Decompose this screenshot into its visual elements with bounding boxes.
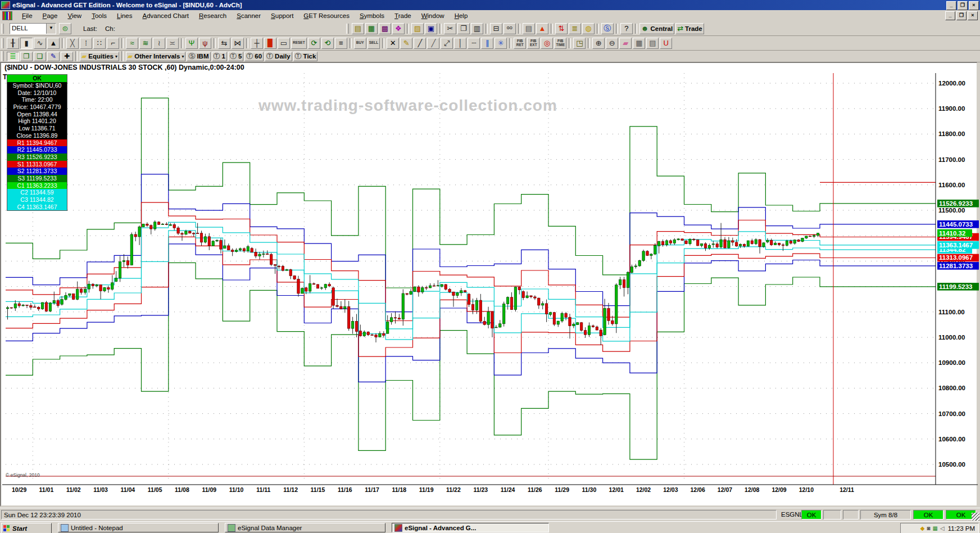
page-back-button[interactable]: ❑: [34, 52, 46, 61]
taskbar-item-data-manager[interactable]: eSignal Data Manager: [225, 523, 385, 532]
alert-bell-button[interactable]: ◍: [582, 23, 595, 34]
xtl-button[interactable]: ≍: [166, 38, 179, 49]
reload-button[interactable]: ⟲: [321, 38, 334, 49]
fib-retracement-button[interactable]: FIBRET: [514, 38, 526, 49]
mdi-close-button[interactable]: ×: [968, 11, 978, 20]
menu-file[interactable]: File: [17, 11, 38, 20]
toolbar-grip[interactable]: [346, 24, 349, 34]
step-chart-button[interactable]: ⌐: [107, 38, 119, 49]
symbol-search-button[interactable]: Ⓢ: [601, 23, 614, 34]
start-button[interactable]: Start: [1, 523, 52, 533]
candle-chart-type-button[interactable]: ▮: [20, 38, 33, 49]
layout-button[interactable]: ☰: [7, 52, 19, 61]
menu-lines[interactable]: Lines: [112, 11, 138, 20]
security-shield-icon[interactable]: ◆: [920, 525, 925, 531]
color-bars-button[interactable]: ▉: [264, 38, 276, 49]
title-bar[interactable]: eSignal - Advanced GET Edition - Welcome…: [0, 0, 980, 10]
fib-circle-button[interactable]: ◎: [541, 38, 553, 49]
restore-button[interactable]: ❐: [958, 1, 968, 10]
eraser-button[interactable]: ▰: [619, 38, 632, 49]
reset-button[interactable]: RESET: [291, 38, 307, 49]
parallel-lines-tool-button[interactable]: ∥: [481, 38, 493, 49]
symbol-value[interactable]: DELL: [10, 24, 46, 34]
other-intervals-dropdown[interactable]: ▰Other Intervals▾: [126, 52, 185, 61]
save-page-button[interactable]: ▣: [425, 23, 437, 34]
menu-page[interactable]: Page: [38, 11, 63, 20]
menu-research[interactable]: Research: [194, 11, 232, 20]
central-button[interactable]: ☻Central: [639, 23, 674, 34]
zoom-out-button[interactable]: ⊖: [606, 38, 618, 49]
interval-tick-button[interactable]: ⓉTick: [293, 52, 318, 61]
mdi-minimize-button[interactable]: _: [945, 11, 955, 20]
median-line-button[interactable]: ψ: [199, 38, 211, 49]
taskbar-item-esignal[interactable]: eSignal - Advanced G...: [392, 523, 549, 532]
magnet-button[interactable]: U: [660, 38, 672, 49]
fib-extension-button[interactable]: FIBEXT: [527, 38, 539, 49]
print-button[interactable]: ⊟: [490, 23, 502, 34]
add-symbol-button[interactable]: ✚: [61, 52, 73, 61]
dash-style-button[interactable]: ▭: [278, 38, 290, 49]
camera-icon[interactable]: ◙: [927, 525, 930, 531]
interval-1-button[interactable]: Ⓣ1: [212, 52, 227, 61]
expand-bars-button[interactable]: ⇆: [218, 38, 230, 49]
new-quote-button[interactable]: ▩: [379, 23, 391, 34]
cut-button[interactable]: ✂: [444, 23, 456, 34]
menu-view[interactable]: View: [62, 11, 87, 20]
menu-window[interactable]: Window: [416, 11, 450, 20]
page-forward-button[interactable]: ❐: [20, 52, 33, 61]
ray-tool-button[interactable]: ╱: [427, 38, 439, 49]
crosshair-button[interactable]: ┼: [251, 38, 263, 49]
paste-button[interactable]: ▥: [471, 23, 483, 34]
new-chart-button[interactable]: ▦: [365, 23, 378, 34]
close-button[interactable]: ×: [969, 1, 979, 10]
mdi-restore-button[interactable]: ❐: [956, 11, 967, 20]
network-icon[interactable]: ▦: [932, 525, 937, 531]
symbol-ibm-button[interactable]: ⓈIBM: [187, 52, 210, 61]
data-box[interactable]: OK Symbol: $INDU,60Date: 12/10/10Time: 2…: [7, 74, 67, 211]
pointer-link-button[interactable]: ◳: [573, 38, 586, 49]
chart-window[interactable]: ($INDU - DOW-JONES INDUSTRIALS 30 STOCK …: [0, 62, 978, 507]
resize-grip[interactable]: [972, 513, 979, 521]
buy-button[interactable]: BUY: [354, 38, 366, 49]
pitchfork-button[interactable]: Ψ: [185, 38, 198, 49]
pencil-tool-button[interactable]: ✎: [400, 38, 412, 49]
download-list-button[interactable]: ≣: [569, 23, 581, 34]
hot-list-button[interactable]: ▲: [536, 23, 548, 34]
notes-button[interactable]: ▤: [646, 38, 659, 49]
point-figure-button[interactable]: ╳: [66, 38, 79, 49]
area-chart-type-button[interactable]: ▲: [47, 38, 60, 49]
taskbar-item-notepad[interactable]: Untitled - Notepad: [58, 523, 219, 532]
context-help-button[interactable]: ?: [620, 23, 633, 34]
toolbar-grip[interactable]: [1, 38, 4, 48]
extended-line-tool-button[interactable]: ⤢: [441, 38, 453, 49]
page-setup-button[interactable]: ✎: [47, 52, 60, 61]
minimize-button[interactable]: _: [946, 1, 956, 10]
horizontal-line-tool-button[interactable]: ┄: [468, 38, 480, 49]
symbol-combobox[interactable]: DELL ▼: [10, 23, 56, 34]
interval-5-button[interactable]: Ⓣ5: [228, 52, 243, 61]
toolbar-grip[interactable]: [1, 51, 4, 61]
properties-button[interactable]: ≡: [335, 38, 347, 49]
menu-trade[interactable]: Trade: [389, 11, 416, 20]
refresh-button[interactable]: ⟳: [308, 38, 320, 49]
toolbar-grip[interactable]: [1, 24, 4, 34]
tick-bars-button[interactable]: ⁞: [80, 38, 92, 49]
trendline-tool-button[interactable]: ╱: [414, 38, 426, 49]
ticker-button[interactable]: ▤: [523, 23, 535, 34]
menu-symbols[interactable]: Symbols: [355, 11, 389, 20]
wave-trend-button[interactable]: ≀: [153, 38, 165, 49]
menu-get-resources[interactable]: GET Resources: [298, 11, 355, 20]
equities-dropdown[interactable]: ▰Equities▾: [80, 52, 119, 61]
open-page-button[interactable]: ▨: [411, 23, 424, 34]
new-page-button[interactable]: ▤: [352, 23, 364, 34]
elliott-oscillator-button[interactable]: ≋: [139, 38, 152, 49]
compress-bars-button[interactable]: ⋈: [232, 38, 244, 49]
interval-60-button[interactable]: Ⓣ60: [244, 52, 264, 61]
sell-button[interactable]: SELL: [368, 38, 380, 49]
go-button[interactable]: GO: [503, 23, 516, 34]
menu-help[interactable]: Help: [450, 11, 473, 20]
zoom-in-button[interactable]: ⊕: [592, 38, 605, 49]
delete-drawing-button[interactable]: ✕: [387, 38, 399, 49]
volume-icon[interactable]: ◁: [940, 525, 945, 531]
up-down-arrows-button[interactable]: ⇅: [555, 23, 568, 34]
